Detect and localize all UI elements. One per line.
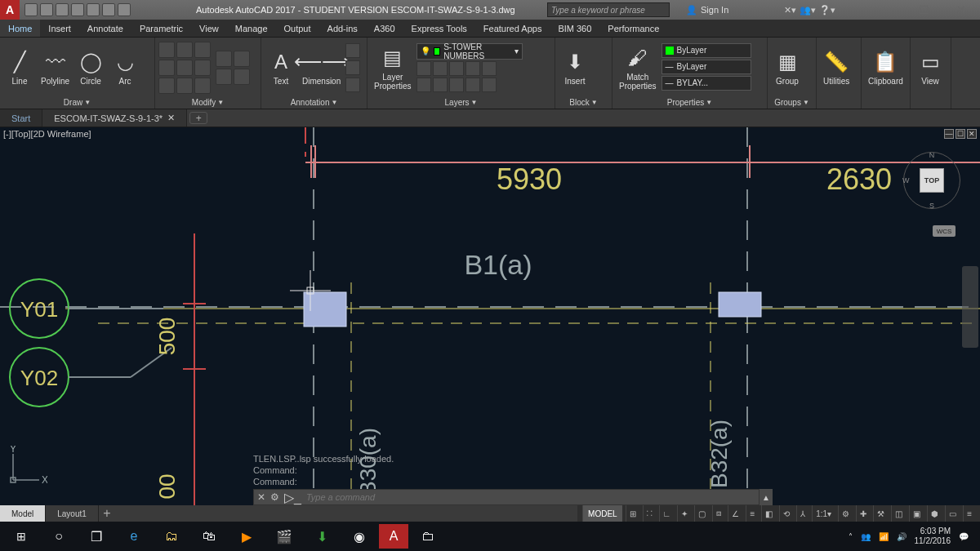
compass-s[interactable]: S [929,202,934,210]
circle-button[interactable]: ◯Circle [74,47,107,87]
cmd-options-icon[interactable]: ⚙ [270,491,279,503]
status-ortho-icon[interactable]: ∟ [659,505,675,522]
layerthw-icon[interactable] [449,78,464,92]
status-otrack-icon[interactable]: ∠ [728,505,742,522]
move-icon[interactable] [158,42,175,58]
app-logo[interactable]: A [0,0,20,20]
panel-layers-title[interactable]: Layers▼ [371,96,551,109]
command-line[interactable]: ✕ ⚙ ▷_ [253,489,760,505]
panel-annotation-title[interactable]: Annotation▼ [265,96,363,109]
layerfrz-icon[interactable] [449,61,464,76]
status-grid-icon[interactable]: ⊞ [626,505,639,522]
match-properties-button[interactable]: 🖌Match Properties [616,43,660,92]
nav-orbit-icon[interactable] [964,330,977,343]
layout-add-button[interactable]: + [99,505,115,522]
linetype-dropdown[interactable]: — BYLAY... [662,76,751,91]
view-button[interactable]: ▭View [914,47,947,87]
line-button[interactable]: ╱Line [3,47,36,87]
stretch-icon[interactable] [158,78,175,94]
idm-icon[interactable]: ⬇ [304,522,340,551]
explode-icon[interactable] [234,51,250,67]
layeruniso-icon[interactable] [433,78,448,92]
tray-volume-icon[interactable]: 🔊 [897,532,906,541]
tab-performance[interactable]: Performance [599,20,667,37]
new-tab-button[interactable]: + [189,112,207,124]
mirror-icon[interactable] [176,60,193,76]
wcs-badge[interactable]: WCS [933,225,956,237]
stayconn-icon[interactable]: 👥▾ [800,5,816,16]
panel-properties-title[interactable]: Properties▼ [616,96,764,109]
layeron-icon[interactable] [416,78,431,92]
tray-wifi-icon[interactable]: 📶 [879,532,889,541]
layerlck-icon[interactable] [466,61,480,76]
tab-insert[interactable]: Insert [40,20,79,37]
qat-saveas-icon[interactable] [71,3,84,16]
explorer-icon[interactable]: 🗂 [154,522,189,551]
help-icon[interactable]: ❔▾ [819,5,835,16]
maximize-button[interactable]: ☐ [905,0,942,20]
rotate-icon[interactable] [176,42,193,58]
drawing-viewport[interactable]: [-][Top][2D Wireframe] — ☐ ✕ 5930 2630 B… [0,127,980,505]
polyline-button[interactable]: 〰Polyline [38,47,73,87]
status-snap-icon[interactable]: ⸬ [643,505,656,522]
offset-icon[interactable] [216,69,232,85]
status-clean-icon[interactable]: ▭ [945,505,960,522]
status-gear-icon[interactable]: ⚙ [838,505,853,522]
layerprev-icon[interactable] [482,78,497,92]
tab-annotate[interactable]: Annotate [79,20,131,37]
help-search-input[interactable]: Type a keyword or phrase [547,2,670,17]
close-button[interactable]: ✕ [942,0,980,20]
qat-save-icon[interactable] [56,3,69,16]
movies-icon[interactable]: 🎬 [266,522,302,551]
tab-bim360[interactable]: BIM 360 [550,20,599,37]
tab-expresstools[interactable]: Express Tools [403,20,475,37]
lineweight-dropdown[interactable]: — ByLayer [662,60,751,74]
status-annoscale-icon[interactable]: ⅄ [796,505,808,522]
tab-output[interactable]: Output [276,20,319,37]
start-tab[interactable]: Start [0,109,42,127]
layout-model[interactable]: Model [0,505,46,522]
navigation-bar[interactable] [962,266,978,348]
current-layer-dropdown[interactable]: 💡 S-TOWER NUMBERS ▾ [416,43,523,60]
layerunlk-icon[interactable] [466,78,480,92]
layeroff-icon[interactable] [416,61,431,76]
text-button[interactable]: AText [265,47,297,87]
tab-parametric[interactable]: Parametric [131,20,191,37]
status-isolate-icon[interactable]: ▣ [909,505,924,522]
panel-groups-title[interactable]: Groups▼ [771,96,813,109]
compass-n[interactable]: N [929,151,935,159]
group-button[interactable]: ▦Group [771,47,804,87]
status-custom-icon[interactable]: ≡ [963,505,975,522]
tray-notifications-icon[interactable]: 💬 [959,532,969,541]
drawing-tab[interactable]: ESCOM-IT-SWAZ-S-9-1-3* ✕ [42,109,187,127]
trim-icon[interactable] [194,42,211,58]
tab-addins[interactable]: Add-ins [319,20,366,37]
array-icon[interactable] [194,78,211,94]
view-cube[interactable]: N S W TOP [900,152,964,216]
qat-plot-icon[interactable] [87,3,100,16]
utilities-button[interactable]: 📏Utilities [820,47,853,87]
qat-open-icon[interactable] [40,3,53,16]
insert-block-button[interactable]: ⬇Insert [559,47,591,87]
panel-block-title[interactable]: Block▼ [559,96,608,109]
command-input[interactable] [306,492,755,502]
taskbar-clock[interactable]: 6:03 PM11/2/2016 [915,527,951,546]
copy-icon[interactable] [158,60,175,76]
cortana-icon[interactable]: ○ [41,522,77,551]
table-icon[interactable] [345,60,360,75]
edge-icon[interactable]: e [116,522,152,551]
status-model[interactable]: MODEL [582,505,622,522]
compass-w[interactable]: W [902,176,910,184]
layer-properties-button[interactable]: ▤Layer Properties [371,43,415,92]
status-annomon-icon[interactable]: ✚ [856,505,870,522]
layermatch-icon[interactable] [482,61,497,76]
status-units-icon[interactable]: ◫ [891,505,906,522]
dimension-button[interactable]: ⟵⟶Dimension [299,47,344,87]
status-polar-icon[interactable]: ✦ [677,505,691,522]
tab-view[interactable]: View [191,20,227,37]
arc-button[interactable]: ◡Arc [109,47,141,87]
panel-modify-title[interactable]: Modify▼ [158,96,257,109]
status-scale[interactable]: 1:1 ▾ [812,505,835,522]
cloud-icon[interactable] [345,78,360,92]
explorer-window-icon[interactable]: 🗀 [410,522,446,551]
